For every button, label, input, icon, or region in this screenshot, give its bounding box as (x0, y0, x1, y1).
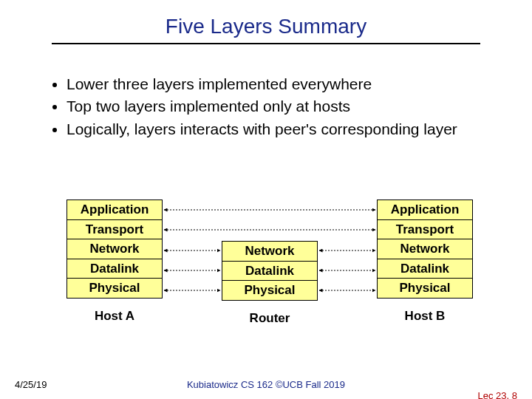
router-stack: Network Datalink Physical Router (222, 241, 318, 326)
layer-network: Network (66, 239, 163, 259)
host-b-stack: Application Transport Network Datalink P… (377, 200, 473, 324)
layer-transport: Transport (377, 219, 473, 240)
layer-physical: Physical (222, 280, 318, 301)
layer-datalink: Datalink (377, 259, 473, 279)
footer-lec: Lec 23. 8 (478, 390, 518, 399)
layer-datalink: Datalink (222, 261, 318, 282)
bullet-item: Logically, layers interacts with peer's … (66, 119, 495, 140)
bullet-item: Lower three layers implemented everywher… (66, 74, 495, 95)
host-a-stack: Application Transport Network Datalink P… (66, 200, 163, 324)
router-label: Router (222, 311, 318, 326)
layer-network: Network (377, 239, 473, 259)
host-a-label: Host A (66, 309, 163, 324)
bullet-list: Lower three layers implemented everywher… (37, 74, 495, 140)
layer-datalink: Datalink (66, 259, 163, 279)
layer-physical: Physical (377, 278, 473, 299)
slide-footer: 4/25/19 Kubiatowicz CS 162 ©UCB Fall 201… (0, 379, 532, 390)
slide-title: Five Layers Summary (52, 0, 480, 44)
bullet-item: Top two layers implemented only at hosts (66, 96, 495, 117)
layer-application: Application (377, 200, 473, 220)
layer-application: Application (66, 200, 163, 220)
host-b-label: Host B (377, 309, 473, 324)
layer-network: Network (222, 241, 318, 262)
footer-date: 4/25/19 (15, 379, 47, 390)
layer-physical: Physical (66, 278, 163, 299)
layer-transport: Transport (66, 219, 163, 240)
footer-mid: Kubiatowicz CS 162 ©UCB Fall 2019 (0, 379, 532, 390)
